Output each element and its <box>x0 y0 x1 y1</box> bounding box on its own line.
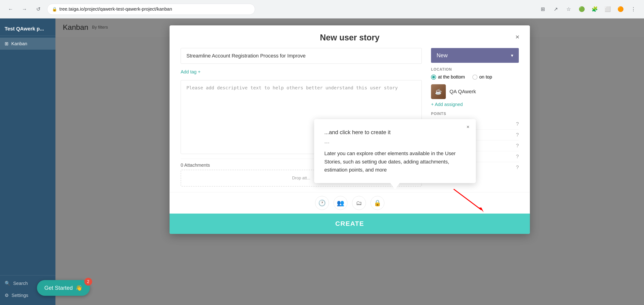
reload-button[interactable]: ↺ <box>33 4 44 14</box>
sidebar-item-kanban[interactable]: ⊞ Kanban <box>0 38 56 50</box>
settings-icon: ⚙ <box>4 293 9 298</box>
tooltip-arrow <box>390 183 400 190</box>
extension-icon[interactable]: 🟢 <box>576 4 587 14</box>
story-title-input[interactable] <box>181 48 422 64</box>
assigned-user: ☕ QA QAwerk <box>431 84 519 99</box>
status-label: New <box>436 52 448 59</box>
profile-icon[interactable]: 🟠 <box>615 4 626 14</box>
modal-title: New user story <box>320 33 380 42</box>
points-design-value: ? <box>516 132 519 138</box>
lock-icon: 🔒 <box>52 7 57 12</box>
at-bottom-option[interactable]: at the bottom <box>431 74 465 80</box>
chevron-down-icon: ▾ <box>511 53 513 58</box>
at-bottom-radio[interactable] <box>431 75 436 80</box>
puzzle-icon[interactable]: 🧩 <box>590 4 600 14</box>
tooltip-popup: × ...and click here to create it --- Lat… <box>314 119 476 183</box>
location-section: LOCATION at the bottom on top <box>431 67 519 80</box>
points-front-value: ? <box>516 143 519 149</box>
avatar: ☕ <box>431 84 446 99</box>
clock-icon-button[interactable]: 🕐 <box>315 196 329 210</box>
get-started-label: Get Started <box>56 285 73 291</box>
folder-icon-button[interactable]: 🗂 <box>352 196 366 210</box>
svg-line-0 <box>454 189 482 210</box>
tooltip-title: ...and click here to create it <box>324 128 466 136</box>
points-label: POINTS <box>431 112 519 116</box>
on-top-label: on top <box>479 74 492 80</box>
sidebar-item-label: Kanban <box>11 41 27 46</box>
red-arrow-indicator <box>451 187 488 215</box>
points-back-value: ? <box>516 154 519 160</box>
main-area: Kanban By filters New user story × Add t… <box>56 18 644 305</box>
sidebar: Test QAwerk p... ⊞ Kanban 🔍 Search ⚙ Set… <box>0 18 56 305</box>
get-started-emoji: 👋 <box>76 285 82 291</box>
kanban-icon: ⊞ <box>4 41 8 46</box>
address-bar[interactable]: 🔒 tree.taiga.io/project/qawerk-test-qawe… <box>47 4 255 15</box>
users-icon-button[interactable]: 👥 <box>334 196 348 210</box>
browser-chrome: ← → ↺ 🔒 tree.taiga.io/project/qawerk-tes… <box>0 0 644 18</box>
sidebar-project-name: Test QAwerk p... <box>0 22 56 36</box>
tooltip-body: Later you can explore other elements ava… <box>324 149 466 174</box>
notification-badge: 2 <box>84 278 92 286</box>
sidebar-item-label: Search <box>13 281 28 286</box>
location-label: LOCATION <box>431 67 519 72</box>
points-total-value: ? <box>516 164 519 170</box>
status-dropdown[interactable]: New ▾ <box>431 48 519 63</box>
share-icon[interactable]: ↗ <box>551 4 561 14</box>
sidebar-item-label: Settings <box>12 293 28 298</box>
bookmark-icon[interactable]: ☆ <box>564 4 574 14</box>
lock-icon-button[interactable]: 🔒 <box>370 196 384 210</box>
add-assigned-button[interactable]: + Add assigned <box>431 102 463 107</box>
menu-icon[interactable]: ⋮ <box>628 4 638 14</box>
on-top-radio[interactable] <box>472 75 478 80</box>
translate-icon[interactable]: ⊞ <box>538 4 548 14</box>
forward-button[interactable]: → <box>20 4 30 14</box>
avatar-image: ☕ <box>431 84 446 99</box>
modal-header: New user story × <box>170 25 530 42</box>
browser-actions: ⊞ ↗ ☆ 🟢 🧩 ⬜ 🟠 ⋮ <box>538 4 638 14</box>
at-bottom-label: at the bottom <box>438 74 465 80</box>
create-button[interactable]: CREATE <box>170 214 530 234</box>
get-started-button[interactable]: Get Started 👋 2 <box>56 280 90 296</box>
on-top-option[interactable]: on top <box>472 74 492 80</box>
location-radio-group: at the bottom on top <box>431 74 519 80</box>
url-text: tree.taiga.io/project/qawerk-test-qawerk… <box>59 6 172 12</box>
points-ux-value: ? <box>516 121 519 127</box>
add-tag-button[interactable]: Add tag + <box>181 68 422 75</box>
svg-marker-1 <box>479 208 484 212</box>
app-layout: Test QAwerk p... ⊞ Kanban 🔍 Search ⚙ Set… <box>0 18 644 305</box>
assigned-section: ☕ QA QAwerk + Add assigned <box>431 84 519 107</box>
user-name: QA QAwerk <box>450 89 476 95</box>
back-button[interactable]: ← <box>6 4 16 14</box>
tooltip-close-button[interactable]: × <box>464 123 472 131</box>
new-user-story-modal: New user story × Add tag + Please add de… <box>170 25 530 234</box>
modal-close-button[interactable]: × <box>512 32 522 42</box>
search-icon: 🔍 <box>4 281 10 286</box>
modal-overlay: New user story × Add tag + Please add de… <box>56 18 644 305</box>
tooltip-divider: --- <box>324 140 466 146</box>
window-icon[interactable]: ⬜ <box>602 4 612 14</box>
